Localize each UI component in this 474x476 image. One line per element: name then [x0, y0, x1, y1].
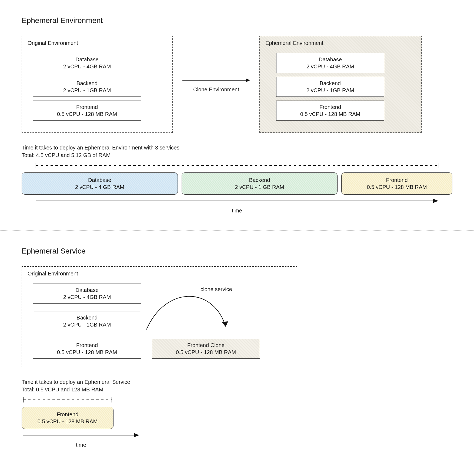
caption-line2: Total: 0.5 vCPU and 128 MB RAM [22, 386, 452, 393]
service-frontend: Frontend 0.5 vCPU - 128 MB RAM [276, 101, 384, 121]
service-name: Frontend [37, 342, 137, 349]
timeline-bar-frontend: Frontend 0.5 vCPU - 128 MB RAM [341, 172, 452, 195]
time-axis-label: time [22, 442, 141, 448]
box-label: Original Environment [28, 271, 78, 277]
bar-name: Frontend [344, 177, 449, 184]
service-name: Backend [37, 80, 137, 87]
service-name: Backend [280, 80, 380, 87]
original-environment-box: Original Environment Database 2 vCPU - 4… [22, 36, 173, 133]
service-database: Database 2 vCPU - 4GB RAM [276, 53, 384, 73]
service-spec: 2 vCPU - 4GB RAM [280, 63, 380, 70]
time-axis-arrow-icon [22, 431, 141, 439]
service-database: Database 2 vCPU - 4GB RAM [33, 53, 141, 73]
arrow-label: clone service [201, 286, 232, 292]
service-backend: Backend 2 vCPU - 1GB RAM [33, 77, 141, 97]
timeline-bar-backend: Backend 2 vCPU - 1 GB RAM [182, 172, 338, 195]
time-axis-arrow-icon [22, 197, 452, 205]
service-frontend: Frontend 0.5 vCPU - 128 MB RAM [33, 101, 141, 121]
ephemeral-service-section: Ephemeral Service Original Environment D… [22, 247, 452, 448]
service-name: Frontend [280, 104, 380, 111]
svg-marker-6 [433, 199, 438, 203]
service-name: Database [37, 56, 137, 63]
box-label: Ephemeral Environment [265, 40, 323, 46]
service-name: Frontend Clone [156, 342, 256, 349]
original-environment-box: Original Environment Database 2 vCPU - 4… [22, 266, 297, 367]
timeline-bar-database: Database 2 vCPU - 4 GB RAM [22, 172, 178, 195]
service-name: Database [280, 56, 380, 63]
service-frontend-clone: Frontend Clone 0.5 vCPU - 128 MB RAM [152, 339, 260, 359]
env-comparison-row: Original Environment Database 2 vCPU - 4… [22, 36, 452, 133]
ephemeral-environment-section: Ephemeral Environment Original Environme… [22, 16, 452, 214]
service-spec: 2 vCPU - 4GB RAM [37, 63, 137, 70]
caption-line1: Time it takes to deploy an Ephemeral Ser… [22, 378, 452, 386]
time-axis-label: time [22, 208, 452, 214]
timeline-bar-frontend: Frontend 0.5 vCPU - 128 MB RAM [22, 407, 114, 429]
service-spec: 2 vCPU - 1GB RAM [280, 87, 380, 94]
caption-line2: Total: 4.5 vCPU and 5.12 GB of RAM [22, 151, 452, 159]
service-spec: 0.5 vCPU - 128 MB RAM [280, 111, 380, 118]
bar-name: Frontend [25, 411, 111, 418]
timeline-bracket-icon [22, 162, 452, 169]
svg-marker-7 [222, 321, 228, 327]
service-name: Frontend [37, 104, 137, 111]
service-spec: 0.5 vCPU - 128 MB RAM [156, 349, 256, 356]
section-divider [0, 230, 474, 231]
arrow-label: Clone Environment [193, 86, 239, 93]
service-name: Backend [37, 314, 137, 321]
service-backend: Backend 2 vCPU - 1GB RAM [276, 77, 384, 97]
bar-name: Backend [185, 177, 335, 184]
service-database: Database 2 vCPU - 4GB RAM [33, 284, 141, 304]
section-title: Ephemeral Environment [22, 16, 452, 25]
svg-marker-1 [246, 78, 250, 82]
bar-spec: 0.5 vCPU - 128 MB RAM [25, 418, 111, 425]
box-label: Original Environment [28, 40, 78, 46]
section-title: Ephemeral Service [22, 247, 452, 255]
service-spec: 2 vCPU - 1GB RAM [37, 87, 137, 94]
service-backend: Backend 2 vCPU - 1GB RAM [33, 311, 141, 331]
bar-name: Database [25, 177, 175, 184]
service-spec: 0.5 vCPU - 128 MB RAM [37, 349, 137, 356]
clone-environment-arrow: Clone Environment [181, 76, 251, 93]
timeline-bracket-icon [22, 396, 114, 404]
bar-spec: 2 vCPU - 4 GB RAM [25, 184, 175, 191]
ephemeral-environment-box: Ephemeral Environment Database 2 vCPU - … [259, 36, 422, 133]
deploy-timeline: Database 2 vCPU - 4 GB RAM Backend 2 vCP… [22, 172, 452, 195]
service-frontend: Frontend 0.5 vCPU - 128 MB RAM [33, 339, 141, 359]
timeline-caption: Time it takes to deploy an Ephemeral Ser… [22, 378, 452, 393]
bar-spec: 2 vCPU - 1 GB RAM [185, 184, 335, 191]
svg-marker-12 [134, 433, 139, 437]
service-spec: 2 vCPU - 4GB RAM [37, 294, 137, 301]
timeline-caption: Time it takes to deploy an Ephemeral Env… [22, 144, 452, 159]
service-spec: 2 vCPU - 1GB RAM [37, 321, 137, 328]
bar-spec: 0.5 vCPU - 128 MB RAM [344, 184, 449, 191]
service-spec: 0.5 vCPU - 128 MB RAM [37, 111, 137, 118]
service-name: Database [37, 287, 137, 294]
caption-line1: Time it takes to deploy an Ephemeral Env… [22, 144, 452, 151]
